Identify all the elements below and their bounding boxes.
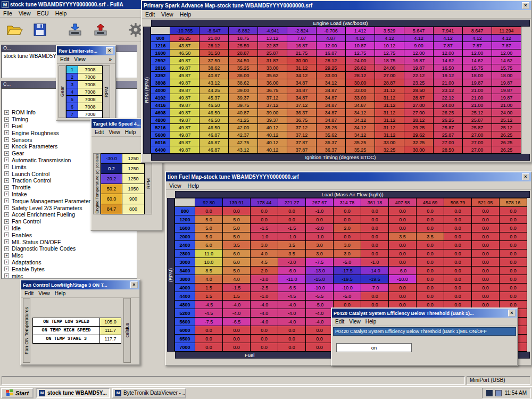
map-value-cell[interactable]: 24.00 xyxy=(346,57,375,64)
map-value-cell[interactable]: 38.62 xyxy=(200,64,229,72)
map-value-cell[interactable]: 0.0 xyxy=(444,284,472,292)
rpm-header-cell[interactable]: 4400 xyxy=(175,292,195,301)
map-value-cell[interactable]: 0.0 xyxy=(278,335,306,343)
map-value-cell[interactable]: 36.37 xyxy=(317,139,346,146)
map-value-cell[interactable]: 0.0 xyxy=(389,250,417,258)
map-value-cell[interactable]: 5.0 xyxy=(195,215,223,224)
expander-icon[interactable]: + xyxy=(4,130,9,135)
map-value-cell[interactable]: 41.25 xyxy=(229,117,258,124)
map-value-cell[interactable]: 19.87 xyxy=(463,79,492,87)
load-header-cell[interactable]: 11.294 xyxy=(492,27,521,35)
map-value-cell[interactable]: -4.0 xyxy=(223,301,251,309)
map-value-cell[interactable]: 8.5 xyxy=(195,267,223,275)
map-value-cell[interactable]: 0.0 xyxy=(444,241,472,250)
map-value-cell[interactable]: 12.00 xyxy=(463,49,492,57)
map-value-cell[interactable]: 24.00 xyxy=(434,102,463,109)
map-value-cell[interactable]: 4.0 xyxy=(251,250,278,258)
rpm-header-cell[interactable]: 800 xyxy=(175,207,195,215)
map-value-cell[interactable]: 3.0 xyxy=(334,250,361,258)
menu-item-view[interactable]: View xyxy=(349,319,361,325)
menu-item-help[interactable]: Help xyxy=(365,319,377,325)
menu-item-edit[interactable]: Edit xyxy=(60,56,69,62)
rpm-header-cell[interactable]: 5216 xyxy=(151,124,170,131)
map-value-cell[interactable]: 24.00 xyxy=(375,64,404,72)
map-value-cell[interactable]: 0.0 xyxy=(500,267,527,275)
map-value-cell[interactable]: 21.00 xyxy=(463,102,492,109)
map-value-cell[interactable]: 5.0 xyxy=(223,267,251,275)
map-value-cell[interactable]: 0.0 xyxy=(444,267,472,275)
rpm-header-cell[interactable]: 5200 xyxy=(175,309,195,318)
map-value-cell[interactable]: 43.12 xyxy=(200,79,229,87)
map-value-cell[interactable]: 39.37 xyxy=(229,94,258,102)
map-value-cell[interactable]: 12.75 xyxy=(375,49,404,57)
map-value-cell[interactable]: 0.0 xyxy=(389,224,417,232)
gear-cell[interactable]: 7 xyxy=(66,111,78,118)
map-value-cell[interactable]: -17.5 xyxy=(334,267,361,275)
map-value-cell[interactable]: 4.0 xyxy=(195,275,223,284)
rpm-header-cell[interactable]: 2592 xyxy=(151,57,170,64)
rpm-header-cell[interactable]: 7000 xyxy=(175,343,195,352)
map-value-cell[interactable]: 46.87 xyxy=(200,139,229,146)
map-value-cell[interactable]: 0.0 xyxy=(334,215,361,224)
tree-item-diagnostic-trouble-codes[interactable]: +Diagnostic Trouble Codes xyxy=(2,245,137,252)
map-value-cell[interactable]: -4.0 xyxy=(223,309,251,318)
map-value-cell[interactable]: 34.87 xyxy=(317,87,346,94)
expander-icon[interactable]: + xyxy=(4,117,9,122)
map-value-cell[interactable]: 0.0 xyxy=(417,215,444,224)
map-value-cell[interactable]: 18.75 xyxy=(229,35,258,42)
map-value-cell[interactable]: 9.00 xyxy=(404,42,434,49)
fan-value-cell[interactable]: 117.7 xyxy=(100,335,121,343)
map-value-cell[interactable]: 19.12 xyxy=(434,72,463,79)
map-value-cell[interactable]: 0.0 xyxy=(361,215,389,224)
load-header-cell[interactable]: -10.765 xyxy=(170,27,200,35)
map-value-cell[interactable]: 35.25 xyxy=(317,124,346,131)
load-header-cell[interactable]: 267.67 xyxy=(306,198,334,207)
map-value-cell[interactable]: -11.0 xyxy=(278,275,306,284)
map-value-cell[interactable]: 37.12 xyxy=(287,124,317,131)
rpm-value-cell[interactable]: 7008 xyxy=(78,81,103,88)
map-value-cell[interactable]: 4.5 xyxy=(251,258,278,267)
map-value-cell[interactable]: -14.0 xyxy=(361,267,389,275)
map-value-cell[interactable]: 31.12 xyxy=(375,117,404,124)
map-value-cell[interactable]: -6.5 xyxy=(223,318,251,326)
map-value-cell[interactable]: 16.87 xyxy=(317,49,346,57)
map-value-cell[interactable]: 16.87 xyxy=(287,42,317,49)
map-value-cell[interactable]: 2.0 xyxy=(334,224,361,232)
fan-value-cell[interactable]: 111.7 xyxy=(100,326,121,335)
map-value-cell[interactable]: 0.0 xyxy=(278,215,306,224)
map-value-cell[interactable]: 34.87 xyxy=(317,102,346,109)
spark-map-titlebar[interactable]: Primary Spark Advance Map-stock tune WBA… xyxy=(142,1,531,10)
expander-icon[interactable]: + xyxy=(4,171,9,176)
map-value-cell[interactable]: 31.12 xyxy=(375,87,404,94)
map-value-cell[interactable]: 0.0 xyxy=(472,241,500,250)
rpm-header-cell[interactable]: 4800 xyxy=(175,301,195,309)
map-value-cell[interactable]: 0.0 xyxy=(361,292,389,301)
load-header-cell[interactable]: 314.78 xyxy=(334,198,361,207)
expander-icon[interactable]: + xyxy=(4,226,9,230)
map-value-cell[interactable]: 0.0 xyxy=(417,250,444,258)
map-value-cell[interactable]: 13.12 xyxy=(258,35,287,42)
menu-item-view[interactable]: View xyxy=(161,11,173,18)
map-value-cell[interactable]: 42.00 xyxy=(229,124,258,131)
rpm-value-cell[interactable]: 7008 xyxy=(78,96,103,103)
map-value-cell[interactable]: 39.00 xyxy=(258,109,287,117)
map-value-cell[interactable]: 0.0 xyxy=(417,284,444,292)
menu-item-view[interactable]: View xyxy=(109,129,120,135)
map-value-cell[interactable]: 28.87 xyxy=(375,79,404,87)
map-value-cell[interactable]: 0.0 xyxy=(389,207,417,215)
map-value-cell[interactable]: -7.5 xyxy=(195,318,223,326)
map-value-cell[interactable]: 0.0 xyxy=(500,241,527,250)
map-value-cell[interactable]: -7.0 xyxy=(361,284,389,292)
map-value-cell[interactable]: 0.0 xyxy=(223,343,251,352)
load-header-cell[interactable]: 8.647 xyxy=(463,27,492,35)
map-value-cell[interactable]: 30.00 xyxy=(346,79,375,87)
map-value-cell[interactable]: -6.5 xyxy=(278,284,306,292)
expander-icon[interactable]: + xyxy=(4,164,9,169)
map-value-cell[interactable]: 0.0 xyxy=(278,207,306,215)
map-value-cell[interactable]: -19.5 xyxy=(334,275,361,284)
menu-item-view[interactable]: View xyxy=(38,290,50,296)
map-value-cell[interactable]: 0.0 xyxy=(472,207,500,215)
map-value-cell[interactable]: 28.87 xyxy=(229,49,258,57)
map-value-cell[interactable]: 4.12 xyxy=(404,35,434,42)
map-value-cell[interactable]: 18.75 xyxy=(375,57,404,64)
